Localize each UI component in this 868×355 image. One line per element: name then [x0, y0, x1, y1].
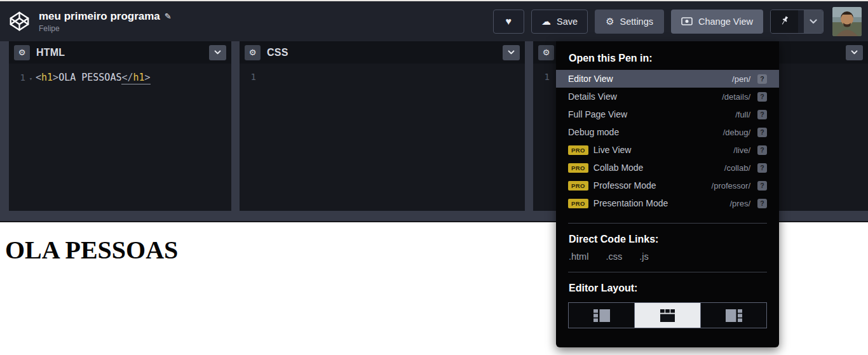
save-button-label: Save — [557, 17, 578, 27]
menu-divider — [568, 272, 767, 272]
layout-right-sidebar-icon — [726, 309, 742, 322]
html-code-line[interactable]: <h1>OLA PESSOAS</h1> — [36, 72, 151, 83]
cloud-icon: ☁ — [541, 17, 551, 26]
menu-item-label: Editor View — [568, 74, 613, 84]
help-icon[interactable]: ? — [757, 181, 767, 191]
css-panel-chevron[interactable] — [503, 45, 520, 60]
menu-item-collab-mode[interactable]: PRO Collab Mode /collab/ ? — [556, 159, 779, 177]
menu-item-label: Presentation Mode — [593, 198, 668, 208]
js-code-link[interactable]: .js — [639, 251, 649, 262]
menu-item-full-page-view[interactable]: Full Page View /full/ ? — [556, 105, 779, 123]
layout-left-sidebar-icon — [593, 309, 610, 322]
line-number: 1 — [240, 72, 256, 82]
like-button[interactable]: ♥ — [493, 10, 525, 34]
pro-badge: PRO — [568, 199, 588, 208]
heart-icon: ♥ — [506, 17, 512, 27]
js-panel-chevron[interactable] — [846, 45, 863, 60]
js-settings-gear-icon[interactable]: ⚙ — [538, 45, 554, 60]
menu-item-path: /details/ — [722, 92, 750, 102]
pin-button[interactable] — [771, 10, 798, 33]
pro-badge: PRO — [568, 163, 588, 173]
menu-item-presentation-mode[interactable]: PRO Presentation Mode /pres/ ? — [556, 194, 779, 212]
menu-item-label: Live View — [593, 145, 632, 155]
settings-button[interactable]: ⚙ Settings — [595, 10, 664, 34]
help-icon[interactable]: ? — [757, 199, 767, 208]
pin-split-button — [770, 10, 824, 34]
html-panel-chevron[interactable] — [209, 45, 226, 60]
html-editor-panel: ⚙ HTML 1 ▾ <h1>OLA PESSOAS</h1> — [9, 41, 231, 211]
line-number: 1 — [9, 72, 25, 83]
token-close-tag: h1 — [133, 72, 145, 83]
open-pen-heading: Open this Pen in: — [569, 53, 766, 64]
menu-item-path: /full/ — [735, 110, 750, 119]
help-icon[interactable]: ? — [757, 163, 767, 173]
menu-item-professor-mode[interactable]: PRO Professor Mode /professor/ ? — [556, 177, 779, 194]
menu-item-live-view[interactable]: PRO Live View /live/ ? — [556, 141, 779, 159]
change-view-button[interactable]: Change View — [671, 10, 763, 34]
layout-right-button[interactable] — [700, 302, 767, 328]
menu-item-path: /pres/ — [729, 199, 750, 208]
menu-item-path: /pen/ — [732, 74, 750, 84]
menu-item-debug-mode[interactable]: Debug mode /debug/ ? — [556, 123, 779, 141]
pro-badge: PRO — [568, 181, 588, 191]
css-code-editor[interactable]: 1 — [240, 72, 525, 82]
pen-author: Felipe — [39, 24, 172, 33]
token-close-bracket-end: > — [145, 72, 151, 83]
css-editor-panel: ⚙ CSS 1 — [240, 41, 525, 211]
html-settings-gear-icon[interactable]: ⚙ — [14, 45, 30, 60]
codepen-cube-icon — [9, 11, 30, 32]
chevron-down-icon — [214, 50, 221, 55]
menu-item-editor-view[interactable]: Editor View /pen/ ? — [556, 70, 779, 88]
pushpin-icon — [779, 15, 790, 27]
chevron-down-icon — [508, 50, 515, 55]
token-text-content: OLA PESSOAS — [58, 72, 121, 83]
css-panel-header: ⚙ CSS — [240, 41, 525, 64]
header-actions: ♥ ☁ Save ⚙ Settings Change View — [493, 7, 862, 36]
menu-item-path: /debug/ — [723, 128, 750, 137]
layout-left-button[interactable] — [568, 302, 635, 328]
menu-item-label: Collab Mode — [593, 163, 644, 173]
change-view-button-label: Change View — [698, 17, 753, 27]
editor-layout-heading: Editor Layout: — [569, 283, 766, 294]
html-code-link[interactable]: .html — [569, 251, 588, 262]
direct-code-links: .html .css .js — [569, 251, 766, 262]
layout-top-button[interactable] — [634, 302, 701, 328]
menu-item-path: /professor/ — [712, 181, 750, 191]
html-panel-title: HTML — [36, 47, 65, 58]
edit-title-pencil-icon[interactable]: ✎ — [165, 11, 172, 21]
pro-badge: PRO — [568, 145, 588, 155]
code-fold-arrow[interactable]: ▾ — [26, 76, 36, 82]
pin-menu-chevron[interactable] — [804, 10, 823, 33]
help-icon[interactable]: ? — [757, 74, 767, 84]
css-code-link[interactable]: .css — [606, 251, 622, 262]
menu-item-details-view[interactable]: Details View /details/ ? — [556, 88, 779, 105]
menu-item-path: /collab/ — [724, 163, 750, 173]
menu-divider — [568, 223, 767, 224]
help-icon[interactable]: ? — [757, 110, 767, 119]
header-bar: meu primeiro programa ✎ Felipe ♥ ☁ Save … — [0, 1, 868, 41]
menu-item-label: Debug mode — [568, 127, 619, 137]
token-open-bracket-close: > — [53, 72, 58, 83]
pen-title-block: meu primeiro programa ✎ Felipe — [39, 10, 172, 33]
html-panel-header: ⚙ HTML — [9, 41, 231, 64]
save-button[interactable]: ☁ Save — [531, 10, 588, 34]
pen-title: meu primeiro programa — [39, 10, 160, 23]
token-open-tag: h1 — [41, 72, 53, 83]
layout-top-editors-icon — [660, 309, 675, 322]
chevron-down-icon — [851, 50, 858, 55]
gear-icon: ⚙ — [606, 17, 614, 26]
user-avatar[interactable] — [832, 7, 862, 36]
chevron-down-icon — [810, 19, 817, 24]
change-view-dropdown: Open this Pen in: Editor View /pen/ ? De… — [556, 41, 779, 347]
help-icon[interactable]: ? — [757, 92, 767, 102]
editor-layout-options — [568, 302, 767, 328]
css-settings-gear-icon[interactable]: ⚙ — [245, 45, 261, 60]
help-icon[interactable]: ? — [757, 145, 767, 155]
avatar-photo — [832, 7, 862, 36]
token-open-bracket: < — [36, 72, 41, 83]
codepen-logo[interactable] — [8, 10, 31, 33]
html-code-editor[interactable]: 1 ▾ <h1>OLA PESSOAS</h1> — [9, 72, 231, 83]
help-icon[interactable]: ? — [757, 128, 767, 137]
menu-item-label: Details View — [568, 91, 617, 102]
line-number: 1 — [533, 72, 550, 82]
